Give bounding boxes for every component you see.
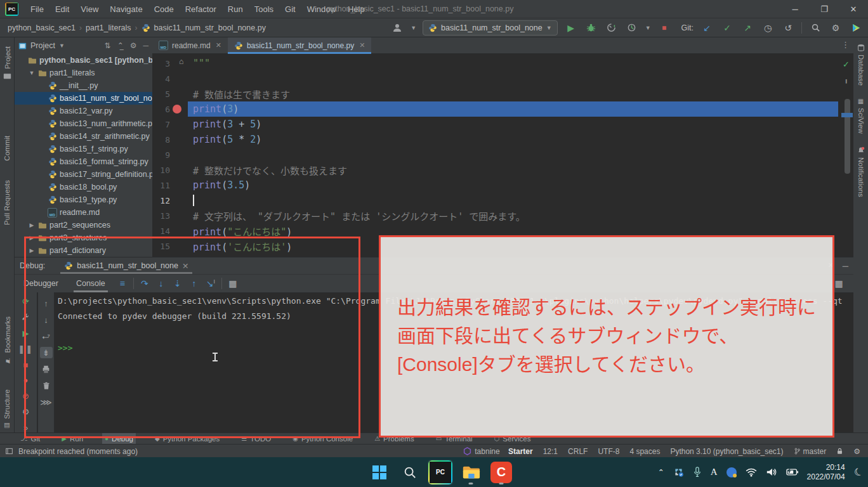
breadcrumb-item[interactable]: part1_literals: [86, 23, 131, 32]
editor-tab[interactable]: basic11_num_str_bool_none.py✕: [228, 37, 371, 53]
code-line[interactable]: 13# 文字列は、 "ダブルクオート" または 'シングルクオート' で囲みます…: [152, 208, 853, 223]
tool-window-project[interactable]: Project: [0, 46, 14, 81]
lock-icon[interactable]: [836, 447, 843, 455]
ide-features-trainer-icon[interactable]: [849, 21, 863, 35]
tree-item[interactable]: basic14_str_arithmetic.py: [15, 130, 152, 143]
tree-chevron-icon[interactable]: ▶: [29, 222, 35, 228]
debug-button[interactable]: [584, 21, 598, 35]
tree-item[interactable]: basic15_f_string.py: [15, 143, 152, 155]
tree-chevron-icon[interactable]: ▼: [29, 70, 35, 76]
tool-window-notifications[interactable]: Notifications: [853, 146, 868, 197]
code-line[interactable]: 12: [152, 193, 853, 208]
stop-button[interactable]: ■: [657, 21, 671, 35]
tree-item[interactable]: basic11_num_str_bool_none: [15, 92, 152, 105]
close-tab-icon[interactable]: ✕: [216, 41, 221, 49]
user-dropdown-chevron-icon[interactable]: ▼: [411, 25, 416, 31]
menu-refactor[interactable]: Refactor: [180, 4, 222, 14]
editor-tab[interactable]: MDreadme.md✕: [152, 37, 228, 53]
editor-scrollbar[interactable]: ✓ ╻: [841, 55, 853, 257]
code-line[interactable]: 9: [152, 147, 853, 162]
code-line[interactable]: 3⌂""": [152, 56, 853, 71]
battery-icon[interactable]: [786, 468, 798, 476]
close-button[interactable]: ✕: [839, 0, 868, 18]
tree-item[interactable]: python_basic_sec1 [python_basic]: [15, 54, 152, 67]
tool-window-commit[interactable]: Commit: [0, 136, 14, 161]
indent-style[interactable]: 4 spaces: [629, 447, 660, 456]
scrollbar-thumb[interactable]: [845, 99, 850, 174]
search-everywhere-icon[interactable]: [808, 21, 822, 35]
git-commit-icon[interactable]: ✓: [720, 21, 734, 35]
restore-button[interactable]: ❐: [810, 0, 839, 18]
taskbar-search-button[interactable]: [397, 460, 423, 485]
tool-window-sciview[interactable]: ▦SciView: [853, 98, 868, 134]
tree-item[interactable]: ▼part1_literals: [15, 67, 152, 79]
taskbar-clock[interactable]: 20:14 2022/07/04: [807, 463, 845, 482]
caret-position[interactable]: 12:1: [543, 447, 558, 456]
breakpoint-icon[interactable]: [173, 105, 181, 114]
menu-code[interactable]: Code: [148, 4, 180, 14]
code-line[interactable]: 8print(5 * 2): [152, 132, 853, 147]
tree-item[interactable]: basic17_string_definition.py: [15, 168, 152, 181]
breadcrumb-item[interactable]: python_basic_sec1: [8, 23, 76, 32]
tool-window-pull-requests[interactable]: Pull Requests: [0, 180, 14, 225]
tool-window-structure[interactable]: ▤Structure: [0, 389, 14, 429]
menu-git[interactable]: Git: [279, 4, 301, 14]
tree-item[interactable]: basic16_format_string.py: [15, 155, 152, 168]
file-encoding[interactable]: UTF-8: [598, 447, 619, 456]
coverage-dropdown-chevron-icon[interactable]: ▼: [645, 25, 651, 31]
tree-item[interactable]: MDreadme.md: [15, 206, 152, 219]
profile-button[interactable]: [605, 21, 619, 35]
taskbar-camtasia-button[interactable]: C: [489, 460, 514, 485]
taskbar-pycharm-button[interactable]: PC: [428, 460, 453, 485]
tree-item[interactable]: basic18_bool.py: [15, 181, 152, 193]
volume-icon[interactable]: [766, 467, 777, 477]
tree-item[interactable]: basic19_type.py: [15, 193, 152, 206]
tray-microphone-icon[interactable]: [693, 467, 702, 477]
fold-marker-icon[interactable]: ⌂: [179, 57, 183, 66]
select-opened-file-icon[interactable]: ⇅: [105, 41, 111, 50]
code-line[interactable]: 6print(3): [152, 101, 853, 117]
code-line[interactable]: 10# 整数だけでなく、小数も扱えます: [152, 162, 853, 178]
code-line[interactable]: 4: [152, 71, 853, 86]
close-tab-icon[interactable]: ✕: [359, 41, 365, 49]
tree-item[interactable]: basic13_num_arithmetic.py: [15, 117, 152, 130]
menu-run[interactable]: Run: [222, 4, 249, 14]
tray-language-ball-icon[interactable]: [727, 467, 737, 477]
wifi-icon[interactable]: [746, 468, 757, 477]
breadcrumb-item[interactable]: basic11_num_str_bool_none.py: [154, 23, 266, 32]
hide-panel-icon[interactable]: ─: [143, 41, 148, 50]
collapse-all-icon[interactable]: ⌃̲: [117, 41, 124, 50]
minimize-button[interactable]: ─: [780, 0, 810, 18]
ime-mode-indicator[interactable]: A: [711, 467, 718, 477]
project-view-select[interactable]: Project ▼: [18, 41, 65, 50]
status-message[interactable]: Breakpoint reached (moments ago): [18, 447, 138, 456]
menu-file[interactable]: File: [25, 4, 49, 14]
tray-chevron-up-icon[interactable]: ⌃: [658, 468, 664, 477]
tree-item[interactable]: basic12_var.py: [15, 105, 152, 117]
run-configuration-select[interactable]: basic11_num_str_bool_none ▼: [423, 20, 558, 36]
menu-navigate[interactable]: Navigate: [104, 4, 148, 14]
code-area[interactable]: 3⌂"""45# 数値は生で書きます6print(3)7print(3 + 5)…: [152, 55, 853, 257]
tool-window-database[interactable]: Database: [853, 44, 868, 86]
project-settings-gear-icon[interactable]: ⚙: [130, 41, 137, 50]
tree-item[interactable]: ▶part2_sequences: [15, 219, 152, 231]
tool-window-bookmarks[interactable]: ⚑Bookmarks: [0, 316, 14, 365]
menu-tools[interactable]: Tools: [249, 4, 279, 14]
hide-debug-panel-icon[interactable]: ─: [843, 261, 848, 271]
python-interpreter[interactable]: Python 3.10 (python_basic_sec1): [670, 447, 783, 456]
editor-tabs-menu-icon[interactable]: ⋮: [841, 40, 850, 49]
rollback-icon[interactable]: ↺: [781, 21, 795, 35]
line-separator[interactable]: CRLF: [568, 447, 588, 456]
git-update-icon[interactable]: ↙: [700, 21, 714, 35]
settings-gear-icon[interactable]: ⚙: [829, 21, 843, 35]
git-branch-widget[interactable]: master: [794, 447, 827, 456]
tray-sync-icon[interactable]: [673, 467, 684, 477]
run-button[interactable]: ▶: [564, 21, 578, 35]
start-button[interactable]: [367, 460, 392, 485]
taskbar-explorer-button[interactable]: [458, 460, 483, 485]
menu-view[interactable]: View: [75, 4, 104, 14]
menu-edit[interactable]: Edit: [49, 4, 75, 14]
coverage-button[interactable]: [625, 21, 639, 35]
notifications-gear-icon[interactable]: ⚙: [853, 447, 860, 456]
tabnine-widget[interactable]: tabnine Starter: [463, 447, 532, 456]
